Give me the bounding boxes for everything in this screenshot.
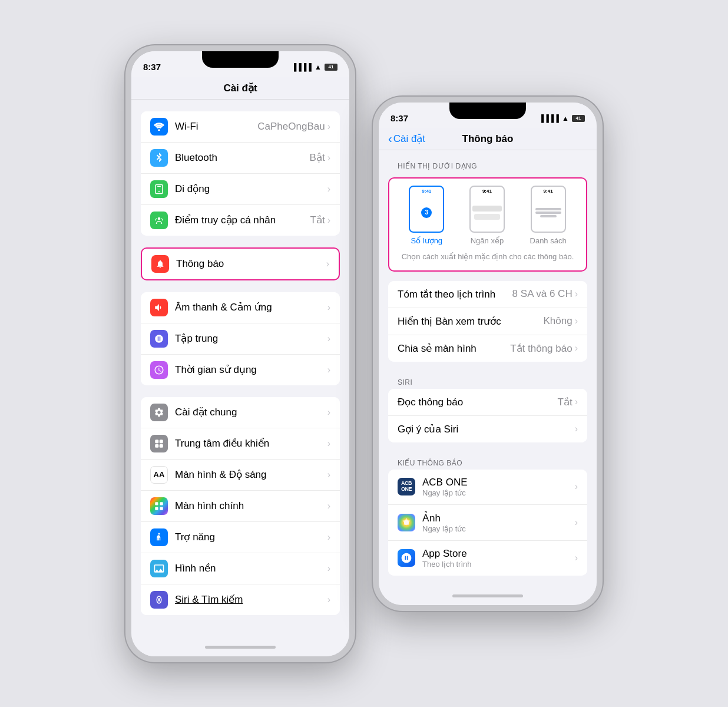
preview-time-stack: 9:41 — [482, 189, 492, 194]
status-bar-1: 8:37 ▐▐▐▐ ▲ 41 — [131, 51, 349, 77]
item-wifi-value: CaPheOngBau — [257, 121, 325, 133]
home-bar-2 — [452, 594, 523, 597]
chevron-share: › — [575, 343, 578, 353]
stack-card-2 — [474, 214, 500, 220]
wifi-icon: ▲ — [315, 63, 322, 71]
homescreen-icon — [150, 497, 168, 515]
preview-line-3 — [540, 215, 557, 217]
phone-preview-stack: 9:41 — [469, 186, 505, 233]
nav-title-1: Cài đặt — [141, 82, 340, 94]
display-option-count[interactable]: 9:41 3 Số lượng — [409, 186, 444, 245]
bluetooth-icon — [150, 149, 168, 167]
signal-icon: ▐▐▐▐ — [292, 63, 312, 71]
item-summary[interactable]: Tóm tắt theo lịch trình 8 SA và 6 CH › — [388, 281, 587, 308]
preview-content-list — [532, 194, 565, 232]
item-screentime-label: Thời gian sử dụng — [175, 364, 327, 376]
nav-title-2: Thông báo — [462, 133, 514, 145]
acb-sub: Ngay lập tức — [422, 488, 575, 497]
chevron-homescreen: › — [327, 501, 330, 511]
group-general: Cài đặt chung › Trung tâm điều khiển › — [141, 397, 340, 615]
item-thongbao[interactable]: Thông báo › — [141, 247, 340, 280]
svg-point-0 — [158, 129, 160, 131]
item-caidatchung-label: Cài đặt chung — [175, 406, 327, 418]
item-display-label: Màn hình & Độ sáng — [175, 468, 327, 481]
hotspot-icon — [150, 212, 168, 229]
item-display[interactable]: AA Màn hình & Độ sáng › — [141, 460, 340, 491]
access-icon — [150, 528, 168, 546]
wifi-icon-2: ▲ — [562, 114, 569, 123]
status-icons-1: ▐▐▐▐ ▲ 41 — [292, 63, 337, 71]
item-share-label: Chia sẻ màn hình — [398, 342, 510, 355]
item-wifi[interactable]: Wi-Fi CaPheOngBau › — [141, 111, 340, 143]
item-focus[interactable]: Tập trung › — [141, 323, 340, 355]
chevron-preview: › — [575, 316, 578, 326]
nav-back-button[interactable]: ‹ Cài đặt — [388, 133, 425, 145]
chevron-summary: › — [575, 289, 578, 299]
display-option-list[interactable]: 9:41 Danh sách — [530, 186, 567, 245]
item-access[interactable]: Trợ năng › — [141, 522, 340, 553]
phone-2: 8:37 ▐▐▐▐ ▲ 41 ‹ Cài đặt Thông báo HIỂN … — [373, 97, 603, 611]
item-preview[interactable]: Hiển thị Bàn xem trước Không › — [388, 308, 587, 335]
chevron-acb: › — [575, 481, 578, 492]
preview-line-2 — [535, 212, 561, 214]
svg-point-4 — [158, 217, 161, 220]
svg-rect-9 — [155, 502, 158, 505]
signal-icon-2: ▐▐▐▐ — [539, 114, 559, 123]
display-option-stack[interactable]: 9:41 Ngăn xếp — [469, 186, 505, 245]
preview-time-list: 9:41 — [544, 189, 553, 194]
svg-rect-6 — [160, 440, 163, 443]
display-icon: AA — [150, 466, 168, 484]
item-appstore[interactable]: App Store Theo lịch trình › — [388, 541, 587, 576]
svg-point-2 — [158, 190, 160, 191]
item-sounds[interactable]: Âm thanh & Cảm ứng › — [141, 292, 340, 323]
svg-rect-11 — [155, 507, 158, 510]
item-control[interactable]: Trung tâm điều khiển › — [141, 428, 340, 460]
settings-list-1[interactable]: Wi-Fi CaPheOngBau › Bluetooth Bật › — [131, 100, 349, 639]
item-share-value: Tắt thông báo — [510, 342, 572, 355]
item-share[interactable]: Chia sẻ màn hình Tắt thông báo › — [388, 335, 587, 362]
item-access-label: Trợ năng — [175, 531, 327, 543]
screentime-icon — [150, 361, 168, 379]
battery-icon-2: 41 — [572, 115, 585, 122]
item-preview-label: Hiển thị Bàn xem trước — [398, 315, 544, 328]
item-hotspot[interactable]: Điểm truy cập cá nhân Tắt › — [141, 205, 340, 236]
item-siri[interactable]: Siri & Tìm kiếm › — [141, 584, 340, 615]
chevron-focus: › — [327, 333, 330, 344]
item-acb[interactable]: ACB ONE ACB ONE Ngay lập tức › — [388, 470, 587, 505]
section-sounds: Âm thanh & Cảm ứng › Tập trung › — [131, 292, 349, 385]
phone-preview-list: 9:41 — [531, 186, 566, 233]
display-label-list: Danh sách — [530, 236, 567, 245]
item-bluetooth[interactable]: Bluetooth Bật › — [141, 143, 340, 174]
item-control-label: Trung tâm điều khiển — [175, 437, 327, 450]
battery-icon-1: 41 — [325, 64, 337, 71]
item-mobile[interactable]: Di động › — [141, 174, 340, 205]
notch-1 — [202, 51, 279, 68]
stack-card-1 — [472, 206, 502, 212]
item-siri-label: Siri & Tìm kiếm — [175, 593, 327, 606]
sounds-icon — [150, 299, 168, 316]
item-screentime[interactable]: Thời gian sử dụng › — [141, 355, 340, 385]
thongbao-screen[interactable]: HIỂN THỊ DƯỚI DẠNG 9:41 3 Số lượng — [379, 150, 597, 587]
item-wallpaper[interactable]: Hình nền › — [141, 553, 340, 584]
preview-badge-number: 3 — [425, 209, 429, 216]
item-caidatchung[interactable]: Cài đặt chung › — [141, 397, 340, 428]
appstore-icon — [398, 549, 415, 567]
appstore-text: App Store Theo lịch trình — [422, 548, 575, 569]
preview-time-count: 9:41 — [422, 189, 431, 194]
chevron-hotspot: › — [327, 215, 330, 226]
display-label-count: Số lượng — [411, 236, 442, 245]
chevron-siri: › — [327, 594, 330, 605]
item-homescreen[interactable]: Màn hình chính › — [141, 491, 340, 522]
item-doc[interactable]: Đọc thông báo Tắt › — [388, 389, 587, 416]
display-style-section: 9:41 3 Số lượng 9:41 — [388, 177, 587, 272]
wifi-icon — [150, 118, 168, 136]
item-summary-label: Tóm tắt theo lịch trình — [398, 288, 512, 300]
group-sounds: Âm thanh & Cảm ứng › Tập trung › — [141, 292, 340, 385]
acb-text: ACB ONE Ngay lập tức — [422, 477, 575, 497]
item-hotspot-value: Tắt — [310, 214, 325, 226]
item-summary-value: 8 SA và 6 CH — [512, 288, 573, 300]
item-photos[interactable]: Ảnh Ngay lập tức › — [388, 505, 587, 541]
chevron-appstore: › — [575, 553, 578, 563]
item-suggest[interactable]: Gợi ý của Siri › — [388, 416, 587, 442]
item-wifi-label: Wi-Fi — [175, 121, 257, 133]
